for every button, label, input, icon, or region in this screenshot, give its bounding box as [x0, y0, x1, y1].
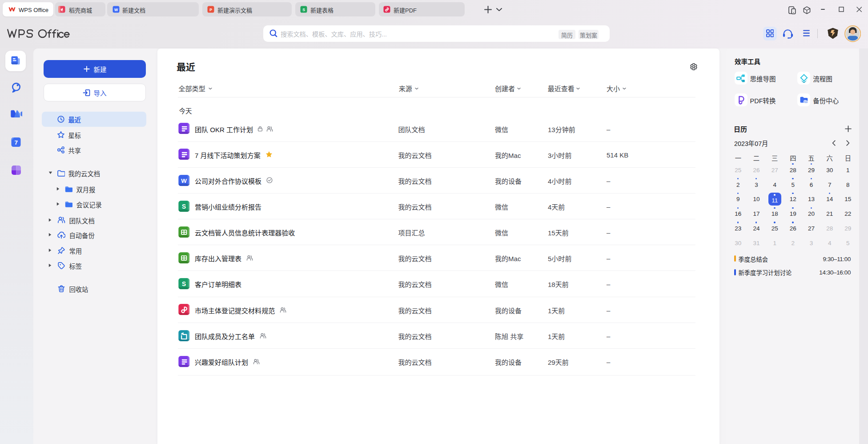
svg-text:P: P [209, 8, 212, 12]
svg-text:S: S [302, 8, 305, 12]
svg-text:7: 7 [15, 139, 18, 146]
svg-text:W: W [181, 177, 187, 184]
svg-text:S: S [182, 281, 186, 287]
svg-text:W: W [114, 8, 118, 12]
svg-text:S: S [182, 203, 186, 210]
